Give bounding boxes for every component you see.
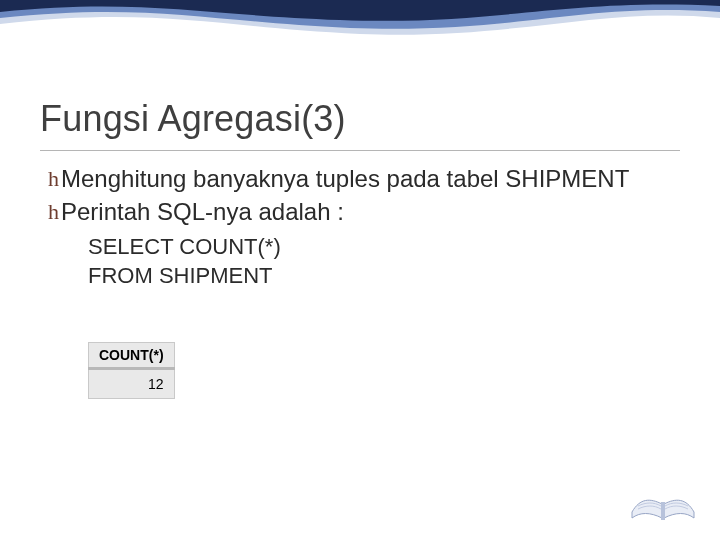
open-book-icon: [628, 472, 698, 524]
result-table: COUNT(*) 12: [88, 342, 175, 399]
sql-code-block: SELECT COUNT(*) FROM SHIPMENT: [88, 233, 680, 290]
top-wave-decoration: [0, 0, 720, 62]
title-underline: [40, 150, 680, 151]
bullet-text: Menghitung banyaknya tuples pada tabel S…: [61, 164, 680, 195]
result-cell: 12: [89, 369, 175, 399]
bullet-item: h Perintah SQL-nya adalah :: [48, 197, 680, 228]
bullet-text: Perintah SQL-nya adalah :: [61, 197, 680, 228]
sql-line: SELECT COUNT(*): [88, 233, 680, 262]
svg-rect-0: [661, 502, 665, 520]
result-header: COUNT(*): [89, 343, 175, 369]
slide: Fungsi Agregasi(3) h Menghitung banyakny…: [0, 0, 720, 540]
table-row: 12: [89, 369, 175, 399]
body-content: h Menghitung banyaknya tuples pada tabel…: [48, 164, 680, 291]
bullet-icon: h: [48, 198, 59, 226]
bullet-icon: h: [48, 165, 59, 193]
bullet-item: h Menghitung banyaknya tuples pada tabel…: [48, 164, 680, 195]
slide-title: Fungsi Agregasi(3): [40, 98, 346, 140]
sql-line: FROM SHIPMENT: [88, 262, 680, 291]
